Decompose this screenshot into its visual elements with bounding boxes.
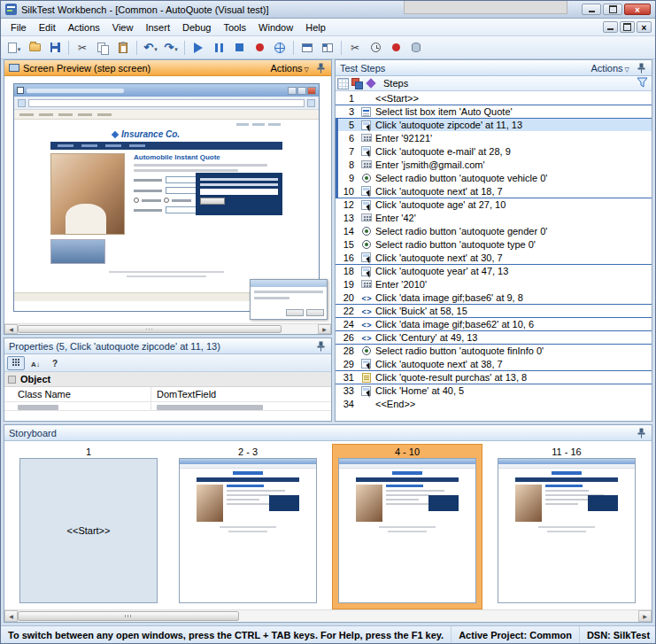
test-step-row[interactable]: 20Click 'data image gif;base6' at 9, 8	[336, 291, 652, 304]
scroll-right-icon[interactable]	[638, 610, 652, 622]
storyboard-thumbnail-1[interactable]: 1 <<Start>>	[13, 444, 164, 609]
close-button[interactable]	[624, 4, 651, 15]
test-step-row[interactable]: 13Enter '42'	[336, 211, 652, 224]
redo-button[interactable]	[161, 39, 181, 57]
record-actions-button[interactable]	[386, 39, 405, 57]
grid-columns-icon	[337, 78, 349, 89]
pin-icon[interactable]	[315, 341, 327, 352]
export-button[interactable]	[406, 39, 426, 57]
test-steps-header: Test Steps Actions	[336, 60, 652, 76]
snippet-button[interactable]	[345, 39, 365, 57]
stop-button[interactable]	[229, 39, 249, 57]
test-step-row[interactable]: 18Click 'autoquote year' at 47, 13	[336, 264, 652, 277]
copy-button[interactable]	[93, 39, 112, 57]
pin-icon[interactable]	[636, 63, 647, 74]
test-step-row[interactable]: 19Enter '2010'	[336, 277, 652, 291]
maximize-button[interactable]	[603, 4, 622, 15]
html-icon	[359, 291, 374, 304]
pin-icon[interactable]	[315, 63, 327, 74]
test-step-row[interactable]: 31Click 'quote-result purchas' at 13, 8	[336, 370, 652, 384]
property-group-row[interactable]: Object	[4, 372, 331, 387]
test-steps-actions-menu[interactable]: Actions	[589, 62, 632, 74]
menu-edit[interactable]: Edit	[33, 20, 62, 35]
minimize-button[interactable]	[582, 4, 601, 15]
html-icon	[359, 331, 374, 345]
menu-insert[interactable]: Insert	[139, 20, 176, 35]
browser-button[interactable]	[270, 39, 289, 57]
undo-icon	[143, 41, 153, 54]
test-step-row[interactable]: 15Select radio button 'autoquote type 0'	[336, 237, 652, 251]
menu-window[interactable]: Window	[252, 20, 299, 35]
radio-button-icon	[359, 224, 374, 237]
maximize-icon	[609, 5, 617, 13]
page-thumbnail	[338, 458, 476, 603]
screen-preview-actions-menu[interactable]: Actions	[268, 62, 312, 74]
filter-icon[interactable]	[637, 77, 648, 89]
database-icon	[412, 43, 421, 52]
categorized-button[interactable]	[7, 356, 25, 370]
test-step-row[interactable]: 28Select radio button 'autoquote finInfo…	[336, 344, 652, 357]
test-step-row[interactable]: 6Enter '92121'	[336, 131, 652, 144]
dropdown-triangle-icon	[625, 63, 629, 74]
help-button[interactable]	[46, 356, 64, 370]
record-button[interactable]	[250, 39, 269, 57]
test-step-row[interactable]: 7Click 'autoquote e-mail' at 28, 9	[336, 144, 652, 158]
menu-view[interactable]: View	[106, 20, 140, 35]
photo-image	[50, 153, 125, 235]
test-step-row[interactable]: 1<<Start>>	[336, 91, 652, 105]
scroll-left-icon[interactable]	[4, 610, 18, 622]
script-icon	[359, 371, 374, 384]
storyboard-thumbnail-11-16[interactable]: 11 - 16	[491, 444, 642, 609]
menu-tools[interactable]: Tools	[217, 20, 252, 35]
storyboard-title: Storyboard	[9, 428, 57, 438]
test-step-row[interactable]: 3Select list box item 'Auto Quote'	[336, 105, 652, 118]
tile-windows-button[interactable]	[318, 39, 337, 57]
test-step-row[interactable]: 34<<End>>	[336, 397, 652, 410]
property-row[interactable]: Class Name DomTextField	[4, 387, 331, 402]
new-window-button[interactable]	[297, 39, 317, 57]
open-button[interactable]	[25, 39, 44, 57]
scroll-left-icon[interactable]	[4, 324, 18, 334]
run-button[interactable]	[189, 39, 208, 57]
click-icon	[359, 384, 374, 398]
test-step-row[interactable]: 9Select radio button 'autoquote vehicle …	[336, 171, 652, 184]
preview-horizontal-scrollbar[interactable]	[4, 323, 331, 334]
screen-preview-canvas[interactable]: Insurance Co. Automobile Instant Quote	[4, 76, 331, 334]
alphabetical-sort-button[interactable]	[27, 356, 44, 370]
test-step-row[interactable]: 24Click 'data image gif;base62' at 10, 6	[336, 317, 652, 330]
menu-actions[interactable]: Actions	[62, 20, 106, 35]
test-step-row[interactable]: 16Click 'autoquote next' at 30, 7	[336, 251, 652, 264]
undo-button[interactable]	[141, 39, 160, 57]
categorized-icon	[12, 359, 20, 367]
test-step-row[interactable]: 10Click 'autoquote next' at 18, 7	[336, 184, 652, 198]
cut-button[interactable]	[73, 39, 92, 57]
test-step-row[interactable]: 14Select radio button 'autoquote gender …	[336, 224, 652, 237]
test-step-row[interactable]: 8Enter 'jsmith@gmail.com'	[336, 158, 652, 171]
menu-file[interactable]: File	[4, 20, 33, 35]
test-step-row[interactable]: 29Click 'autoquote next' at 38, 7	[336, 357, 652, 370]
scroll-right-icon[interactable]	[318, 324, 331, 334]
menu-debug[interactable]: Debug	[176, 20, 217, 35]
dropdown-caret-icon	[174, 43, 178, 53]
test-step-row-selected[interactable]: 5Click 'autoquote zipcode' at 11, 13	[336, 118, 652, 131]
mdi-minimize-button[interactable]	[603, 21, 618, 33]
test-step-row[interactable]: 33Click 'Home' at 40, 5	[336, 384, 652, 397]
property-row-clipped[interactable]	[4, 402, 331, 411]
pin-icon[interactable]	[636, 428, 647, 438]
paste-button[interactable]	[113, 39, 133, 57]
test-step-row[interactable]: 12Click 'autoquote age' at 27, 10	[336, 198, 652, 211]
timer-button[interactable]	[366, 39, 385, 57]
test-step-row[interactable]: 22Click 'Buick' at 58, 15	[336, 304, 652, 317]
pause-button[interactable]	[209, 39, 228, 57]
new-button[interactable]	[4, 39, 24, 57]
storyboard-horizontal-scrollbar[interactable]	[4, 609, 652, 622]
storyboard-thumbnail-4-10[interactable]: 4 - 10	[332, 444, 482, 609]
test-step-row[interactable]: 26Click 'Century' at 49, 13	[336, 330, 652, 344]
dropdown-caret-icon	[153, 43, 158, 53]
mdi-restore-button[interactable]	[620, 21, 635, 33]
storyboard-thumbnail-2-3[interactable]: 2 - 3	[173, 444, 323, 609]
record-icon	[256, 43, 264, 51]
mdi-close-button[interactable]	[637, 21, 652, 33]
menu-help[interactable]: Help	[299, 20, 332, 35]
save-button[interactable]	[45, 39, 65, 57]
